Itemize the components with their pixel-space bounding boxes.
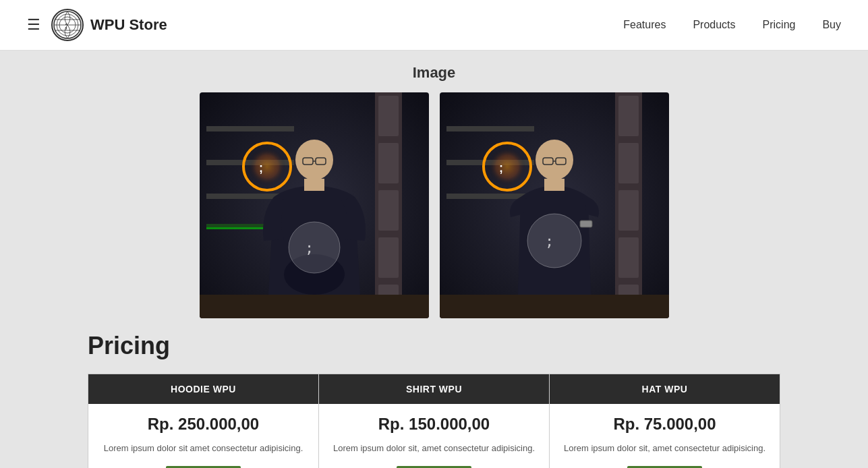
svg-point-27 xyxy=(289,222,340,273)
svg-rect-39 xyxy=(618,237,639,278)
card-body-hoodie: Rp. 250.000,00 Lorem ipsum dolor sit ame… xyxy=(88,404,318,468)
pricing-card-hoodie: HOODIE WPU Rp. 250.000,00 Lorem ipsum do… xyxy=(88,374,318,468)
nav-products[interactable]: Products xyxy=(693,19,735,31)
select-hat-button[interactable]: SELECT xyxy=(627,466,701,469)
pricing-cards: HOODIE WPU Rp. 250.000,00 Lorem ipsum do… xyxy=(88,374,780,468)
product-image-shirt: ; ; xyxy=(440,92,669,318)
svg-text:;: ; xyxy=(499,161,503,175)
pricing-card-hat: HAT WPU Rp. 75.000,00 Lorem ipsum dolor … xyxy=(550,374,780,468)
logo-wrapper: ; WPU Store xyxy=(51,9,167,41)
product-image-hoodie: ; ; xyxy=(200,92,429,318)
svg-rect-38 xyxy=(618,190,639,231)
svg-text:;: ; xyxy=(259,161,263,175)
svg-rect-8 xyxy=(206,126,294,131)
svg-rect-52 xyxy=(440,295,669,318)
nav-features[interactable]: Features xyxy=(623,19,666,31)
main-content: Image xyxy=(0,51,868,468)
card-header-hat: HAT WPU xyxy=(550,374,780,404)
card-price-shirt: Rp. 150.000,00 xyxy=(332,415,536,434)
svg-point-44 xyxy=(536,140,573,180)
svg-text:;: ; xyxy=(545,233,554,250)
navbar: ☰ ; WPU Store Features xyxy=(0,0,868,51)
svg-rect-15 xyxy=(378,143,399,183)
hamburger-icon[interactable]: ☰ xyxy=(27,16,40,34)
svg-rect-36 xyxy=(618,96,639,136)
card-body-hat: Rp. 75.000,00 Lorem ipsum dolor sit, ame… xyxy=(550,404,780,468)
card-header-hoodie: HOODIE WPU xyxy=(88,374,318,404)
card-desc-shirt: Lorem ipsum dolor sit, amet consectetur … xyxy=(332,442,536,455)
svg-point-22 xyxy=(295,140,333,180)
nav-buy[interactable]: Buy xyxy=(822,19,841,31)
svg-rect-14 xyxy=(378,96,399,136)
select-hoodie-button[interactable]: SELECT xyxy=(166,466,240,469)
svg-rect-50 xyxy=(580,221,592,227)
svg-rect-29 xyxy=(304,179,324,191)
nav-pricing[interactable]: Pricing xyxy=(763,19,796,31)
card-price-hat: Rp. 75.000,00 xyxy=(563,415,766,434)
svg-rect-37 xyxy=(618,143,639,183)
svg-point-42 xyxy=(488,148,526,185)
svg-point-48 xyxy=(527,214,581,268)
pricing-card-shirt: SHIRT WPU Rp. 150.000,00 Lorem ipsum dol… xyxy=(318,374,550,468)
card-body-shirt: Rp. 150.000,00 Lorem ipsum dolor sit, am… xyxy=(319,404,549,468)
select-shirt-button[interactable]: SELECT xyxy=(397,466,471,469)
card-header-shirt: SHIRT WPU xyxy=(319,374,549,404)
brand-name: WPU Store xyxy=(90,16,167,34)
svg-text:;: ; xyxy=(305,239,314,256)
svg-text:;: ; xyxy=(65,21,67,30)
card-desc-hat: Lorem ipsum dolor sit, amet consectetur … xyxy=(563,442,766,455)
svg-rect-32 xyxy=(446,126,534,131)
svg-rect-16 xyxy=(378,190,399,231)
svg-rect-51 xyxy=(544,179,565,191)
svg-rect-30 xyxy=(200,295,429,318)
pricing-section: Pricing HOODIE WPU Rp. 250.000,00 Lorem … xyxy=(0,318,868,468)
svg-point-20 xyxy=(248,148,286,185)
card-desc-hoodie: Lorem ipsum dolor sit amet consectetur a… xyxy=(102,442,305,455)
card-price-hoodie: Rp. 250.000,00 xyxy=(102,415,305,434)
image-section-label: Image xyxy=(0,64,868,82)
images-row: ; ; xyxy=(0,92,868,318)
logo-icon: ; xyxy=(51,9,84,41)
navbar-right: Features Products Pricing Buy xyxy=(623,19,841,31)
navbar-left: ☰ ; WPU Store xyxy=(27,9,167,41)
pricing-title: Pricing xyxy=(88,332,780,360)
svg-rect-17 xyxy=(378,237,399,278)
